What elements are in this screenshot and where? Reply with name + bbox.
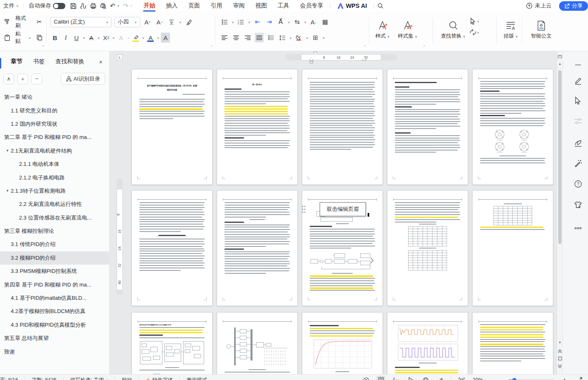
page-11[interactable]: 第四章 基于PID和模糊PID的matlab仿真BLDCM: [131, 312, 213, 374]
toc-item[interactable]: 第一章 绪论: [0, 91, 109, 104]
page-9[interactable]: [387, 190, 468, 306]
share-button[interactable]: 分享: [559, 1, 588, 11]
redo-button[interactable]: ↷ ∨: [121, 0, 134, 12]
close-panel-icon[interactable]: ×: [99, 58, 103, 65]
chevron-down-icon[interactable]: ∨: [248, 20, 251, 23]
page-2[interactable]: 第一章 绪论: [217, 69, 298, 185]
toc-item[interactable]: 3.1 传统PID的介绍: [0, 238, 109, 251]
asian-layout-icon[interactable]: ⇆: [293, 17, 302, 27]
toc-item[interactable]: 2.3 位置传感器在无刷直流电...: [0, 211, 109, 225]
toc-item[interactable]: 4.3 PID和模糊PID仿真模型分析: [0, 318, 109, 332]
toc-item[interactable]: 1.1 研究意义和目的: [0, 104, 109, 117]
zoom-out-icon[interactable]: −: [494, 376, 503, 380]
scroll-down-icon[interactable]: ▼: [557, 341, 563, 344]
insert-frame-icon[interactable]: ▦: [320, 17, 330, 27]
zoom-in-icon[interactable]: ＋: [560, 376, 569, 380]
justify-icon[interactable]: [255, 33, 264, 43]
read-mode-icon[interactable]: [406, 376, 415, 380]
toc-item[interactable]: 致谢: [0, 345, 109, 358]
record-status-icon[interactable]: [361, 376, 370, 380]
page-3[interactable]: [302, 69, 383, 185]
chevron-down-icon[interactable]: ∨: [83, 36, 85, 39]
chevron-right-icon[interactable]: [370, 257, 374, 265]
toc-item[interactable]: 2.1.1 电动机本体: [0, 158, 109, 171]
cloud-status[interactable]: 未上云: [522, 0, 555, 12]
text-direction-icon[interactable]: A⃗: [276, 17, 285, 27]
font-color-icon[interactable]: A: [146, 33, 155, 43]
sidebar-tab-3[interactable]: 查找和替换: [55, 58, 84, 65]
expand-styles-icon[interactable]: ⌟: [423, 43, 425, 47]
increase-font-icon[interactable]: A+: [143, 17, 152, 27]
collapse-arrow-icon[interactable]: ▼: [6, 189, 9, 193]
print-preview-icon[interactable]: [98, 1, 108, 11]
italic-icon[interactable]: I: [61, 33, 70, 43]
page-12[interactable]: [217, 312, 298, 374]
web-view-icon[interactable]: [421, 376, 430, 380]
align-right-icon[interactable]: [243, 33, 252, 43]
chevron-down-icon[interactable]: ∨: [127, 36, 130, 39]
text-effects-icon[interactable]: A: [117, 33, 126, 43]
theme-skin-icon[interactable]: [573, 199, 583, 210]
align-center-icon[interactable]: [232, 33, 241, 43]
export-pdf-icon[interactable]: [79, 1, 88, 11]
drag-handle-icon[interactable]: [301, 205, 306, 215]
help-icon[interactable]: ?: [573, 179, 583, 189]
menu-tab-4[interactable]: 引用: [205, 0, 227, 12]
chevron-down-icon[interactable]: ∨: [98, 36, 100, 39]
increase-indent-icon[interactable]: ⇥: [265, 17, 274, 27]
case-convert-icon[interactable]: ∨: [469, 29, 479, 36]
page-6[interactable]: [131, 190, 213, 306]
ai-toc-button[interactable]: AI识别目录: [61, 73, 105, 85]
align-left-icon[interactable]: [220, 33, 229, 43]
menu-tab-1[interactable]: 开始: [138, 0, 160, 12]
chevron-down-icon[interactable]: ∨: [304, 20, 307, 23]
chevron-down-icon[interactable]: ∨: [142, 36, 144, 39]
format-painter-label[interactable]: 格式刷: [15, 14, 30, 29]
chevron-down-icon[interactable]: ∨: [179, 20, 182, 23]
menu-tab-3[interactable]: 页面: [183, 0, 205, 12]
paste-icon[interactable]: [2, 33, 12, 43]
typeset-button[interactable]: A 排版 ∨: [500, 14, 522, 45]
font-name-select[interactable]: Calibri (正文) ∨: [50, 17, 112, 27]
page-13[interactable]: [302, 312, 383, 374]
chevron-down-icon[interactable]: ∨: [29, 36, 31, 39]
magic-wand-icon[interactable]: [573, 158, 583, 169]
distribute-icon[interactable]: [266, 33, 275, 43]
style-set-button[interactable]: 样式集 ∨: [394, 14, 421, 45]
outline-view-icon[interactable]: [391, 376, 400, 380]
clear-format-icon[interactable]: [184, 17, 194, 27]
ink-annotate-icon[interactable]: [573, 75, 583, 86]
search-icon[interactable]: [375, 1, 385, 11]
chevron-down-icon[interactable]: ∨: [232, 20, 234, 23]
line-spacing-icon[interactable]: [278, 33, 287, 43]
next-page-icon[interactable]: [557, 364, 563, 369]
wps-ai-tab[interactable]: WPS AI: [332, 2, 372, 9]
smart-doc-button[interactable]: 智能公文: [527, 14, 556, 45]
page-15[interactable]: [472, 312, 553, 374]
ink-tool-icon[interactable]: [436, 376, 445, 380]
page-1[interactable]: 基于模糊PID控制实现的无刷直流电机（BLDCM）的调速研究仿真: [131, 69, 213, 185]
numbered-list-icon[interactable]: 1 2 3: [237, 17, 246, 27]
previous-page-icon[interactable]: [557, 349, 563, 354]
autosave-toggle[interactable]: [53, 3, 65, 9]
proofread-button[interactable]: 校对: [115, 377, 139, 380]
page-14[interactable]: 第五章 总结与展望: [387, 312, 468, 374]
zoom-slider-knob[interactable]: [512, 378, 516, 380]
sidebar-tab-1[interactable]: 章节: [11, 58, 22, 65]
chevron-down-icon[interactable]: ∨: [112, 36, 115, 39]
borders-icon[interactable]: ⊞: [311, 33, 320, 43]
page-5[interactable]: [472, 69, 553, 185]
eco-assistant-icon[interactable]: [573, 137, 583, 148]
superscript-icon[interactable]: X2: [102, 33, 111, 43]
font-size-select[interactable]: 小四 ∨: [115, 17, 140, 27]
page-7[interactable]: [217, 190, 298, 306]
menu-tab-5[interactable]: 审阅: [227, 0, 250, 12]
underline-icon[interactable]: U: [72, 33, 81, 43]
collapse-arrow-icon[interactable]: ▼: [6, 149, 9, 153]
toc-item[interactable]: 2.2 无刷直流电机运行特性: [0, 198, 109, 211]
shading-icon[interactable]: [294, 33, 304, 43]
header-edit-tooltip[interactable]: 双击编辑页眉: [320, 202, 366, 216]
scrollbar-thumb[interactable]: [558, 70, 562, 244]
char-shading-icon[interactable]: A: [161, 33, 170, 43]
print-icon[interactable]: [88, 1, 98, 11]
